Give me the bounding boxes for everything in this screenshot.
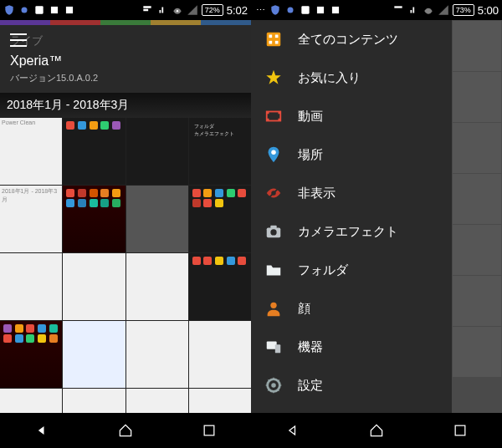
svg-rect-11 xyxy=(269,35,273,38)
gear-icon xyxy=(264,376,283,395)
thumbnail[interactable]: Power Clean xyxy=(0,118,62,185)
notification-icon xyxy=(392,4,404,16)
menu-item-folders[interactable]: フォルダ xyxy=(251,251,452,289)
app-icon xyxy=(300,4,311,16)
recent-button[interactable] xyxy=(196,417,223,444)
menu-label: 非表示 xyxy=(298,186,336,201)
thumbnail[interactable] xyxy=(63,389,125,413)
content-area: ライブ Xperia™ バージョン15.0.A.0.2 2018年1月 - 20… xyxy=(0,20,251,413)
date-range-header: 2018年1月 - 2018年3月 xyxy=(0,93,251,118)
thumbnail[interactable] xyxy=(189,186,251,252)
svg-rect-13 xyxy=(269,41,273,44)
svg-point-30 xyxy=(271,383,276,388)
menu-label: カメラエフェクト xyxy=(298,224,398,240)
home-button[interactable] xyxy=(363,417,390,444)
back-button[interactable] xyxy=(28,417,55,444)
menu-item-hidden[interactable]: 非表示 xyxy=(251,174,452,212)
shield-icon xyxy=(3,4,15,16)
face-icon xyxy=(264,299,283,318)
thumbnail[interactable] xyxy=(63,321,125,388)
svg-rect-24 xyxy=(270,226,276,229)
thumbnail[interactable] xyxy=(189,253,251,320)
clock: 5:02 xyxy=(227,4,248,17)
home-button[interactable] xyxy=(112,417,139,444)
app-icon xyxy=(330,4,341,16)
thumbnail[interactable] xyxy=(189,389,251,413)
svg-rect-18 xyxy=(279,112,281,115)
menu-label: フォルダ xyxy=(298,262,348,278)
left-phone: 72% 5:02 ライブ Xperia™ バージョン15.0.A.0.2 201… xyxy=(0,0,251,448)
status-bar: 72% 5:02 xyxy=(0,0,251,20)
app-header: ライブ Xperia™ バージョン15.0.A.0.2 xyxy=(0,25,251,93)
right-phone: ⋯ 73% 5:00 全てのコンテンツ お気に入り 動 xyxy=(251,0,502,448)
thumbnail[interactable] xyxy=(0,389,62,413)
thumbnail[interactable] xyxy=(189,321,251,388)
menu-item-videos[interactable]: 動画 xyxy=(251,97,452,135)
folder-icon xyxy=(264,261,283,279)
back-button[interactable] xyxy=(279,417,306,444)
menu-label: お気に入り xyxy=(298,70,361,86)
wifi-icon xyxy=(172,4,183,16)
navigation-drawer: 全てのコンテンツ お気に入り 動画 場所 非表示 カメラエフェクト フォルダ xyxy=(251,20,452,413)
svg-rect-12 xyxy=(275,35,279,38)
pin-icon xyxy=(264,145,283,164)
app-icon xyxy=(33,4,45,16)
eye-off-icon xyxy=(264,184,283,202)
devices-icon xyxy=(264,338,283,356)
thumbnail[interactable]: フォルダカメラエフェクト xyxy=(189,118,251,185)
menu-item-devices[interactable]: 機器 xyxy=(251,328,452,366)
wifi-icon xyxy=(423,4,434,16)
nav-bar xyxy=(0,413,251,448)
thumbnail[interactable]: 2018年1月 - 2018年3月 xyxy=(0,186,62,252)
film-icon xyxy=(264,107,283,125)
svg-rect-17 xyxy=(267,119,269,121)
signal-icon xyxy=(438,4,449,16)
recent-button[interactable] xyxy=(447,417,474,444)
svg-rect-19 xyxy=(279,119,281,121)
menu-label: 全てのコンテンツ xyxy=(298,32,398,48)
app-icon xyxy=(49,4,60,16)
thumbnail[interactable] xyxy=(0,253,62,320)
svg-point-20 xyxy=(271,150,276,155)
svg-rect-8 xyxy=(317,7,324,13)
thumbnail[interactable] xyxy=(63,253,125,320)
menu-item-faces[interactable]: 顔 xyxy=(251,289,452,328)
thumbnail[interactable] xyxy=(126,321,188,388)
svg-rect-28 xyxy=(275,344,280,353)
thumbnail[interactable] xyxy=(126,186,188,252)
menu-item-settings[interactable]: 設定 xyxy=(251,366,452,405)
svg-rect-31 xyxy=(455,425,465,435)
menu-item-camera-effects[interactable]: カメラエフェクト xyxy=(251,212,452,251)
svg-rect-7 xyxy=(301,6,309,13)
svg-rect-5 xyxy=(204,425,214,435)
app-version: バージョン15.0.A.0.2 xyxy=(10,72,241,84)
photo-grid[interactable]: Power Clean フォルダカメラエフェクト 2018年1月 - 2018年… xyxy=(0,118,251,413)
thumbnail[interactable] xyxy=(126,389,188,413)
thumbnail[interactable] xyxy=(0,321,62,388)
signal-icon xyxy=(187,4,198,16)
menu-label: 場所 xyxy=(298,147,323,163)
app-icon xyxy=(64,4,75,16)
data-icon xyxy=(407,4,419,16)
status-bar: ⋯ 73% 5:00 xyxy=(251,0,502,20)
svg-point-25 xyxy=(270,229,276,235)
menu-item-favorites[interactable]: お気に入り xyxy=(251,59,452,97)
svg-point-26 xyxy=(270,303,276,308)
battery-indicator: 72% xyxy=(202,4,223,16)
svg-rect-2 xyxy=(51,7,58,13)
menu-item-all-contents[interactable]: 全てのコンテンツ xyxy=(251,20,452,59)
menu-item-places[interactable]: 場所 xyxy=(251,135,452,174)
thumbnail[interactable] xyxy=(126,118,188,185)
svg-rect-16 xyxy=(267,112,269,115)
svg-point-0 xyxy=(22,8,28,13)
thumbnail[interactable] xyxy=(63,118,125,185)
menu-label: 顔 xyxy=(298,301,310,317)
clock: 5:00 xyxy=(478,4,499,17)
menu-label: 機器 xyxy=(298,339,323,355)
svg-rect-9 xyxy=(332,7,339,13)
thumbnail[interactable] xyxy=(126,253,188,320)
thumbnail[interactable] xyxy=(63,186,125,252)
app-title: Xperia™ xyxy=(10,53,241,69)
menu-label: 動画 xyxy=(298,109,323,125)
camera-icon xyxy=(264,222,283,241)
